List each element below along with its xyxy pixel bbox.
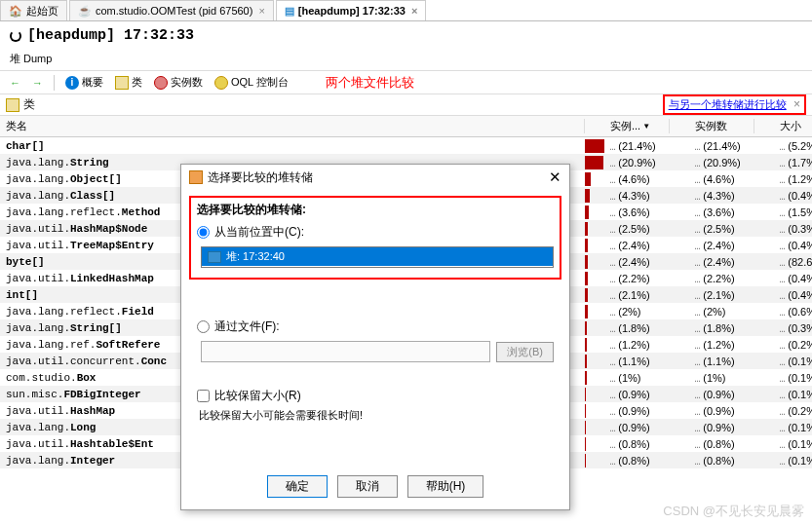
cell-pct1b: ... (1.8%)	[691, 322, 754, 334]
radio-file-row[interactable]: 通过文件(F):	[197, 318, 554, 335]
heap-icon	[208, 251, 221, 263]
cell-pct1b: ... (0.9%)	[691, 405, 754, 417]
cell-bar	[585, 355, 606, 368]
cell-pct1b: ... (21.4%)	[691, 140, 754, 152]
cell-bar	[585, 388, 606, 401]
instance-icon	[154, 76, 168, 90]
cell-pct1: ... (2.2%)	[606, 273, 670, 284]
cell-pct2: ... (0.1%)	[776, 389, 812, 400]
page-title: [heapdump] 17:32:33	[27, 27, 194, 44]
spinner-icon	[10, 30, 21, 42]
classes-label: 类	[23, 96, 35, 113]
cell-pct1: ... (20.9%)	[606, 157, 670, 168]
tab-process[interactable]: ☕ com.studio.OOMTest (pid 67560) ×	[69, 0, 274, 20]
cell-bar	[585, 156, 606, 169]
cell-pct2: ... (0.1%)	[776, 422, 812, 433]
cell-pct1: ... (2.4%)	[606, 256, 670, 268]
cell-pct1: ... (0.9%)	[606, 422, 670, 433]
cell-pct2: ... (0.1%)	[776, 438, 812, 450]
back-button[interactable]: ←	[6, 75, 24, 91]
cell-pct1b: ... (1%)	[691, 372, 754, 384]
file-path-input[interactable]	[201, 341, 490, 362]
cell-pct2: ... (0.1%)	[776, 372, 812, 384]
radio-current-row[interactable]: 从当前位置中(C):	[197, 224, 554, 241]
check-keep-size[interactable]	[197, 390, 210, 402]
classes-button[interactable]: 类	[111, 73, 146, 92]
cell-bar	[585, 371, 606, 385]
cell-pct2: ... (0.4%)	[776, 273, 812, 284]
close-icon[interactable]: ✕	[549, 168, 561, 186]
cell-pct1: ... (0.9%)	[606, 389, 670, 400]
oql-button[interactable]: OQL 控制台	[211, 73, 292, 92]
cell-bar	[585, 139, 606, 153]
highlight-box: 选择要比较的堆转储: 从当前位置中(C): 堆: 17:32:40	[189, 196, 561, 280]
editor-tabs: 🏠 起始页 ☕ com.studio.OOMTest (pid 67560) ×…	[0, 0, 812, 21]
cell-pct1: ... (2.5%)	[606, 223, 670, 235]
cell-pct2: ... (1.2%)	[776, 173, 812, 185]
page-title-row: [heapdump] 17:32:33	[0, 21, 812, 50]
heap-option[interactable]: 堆: 17:32:40	[202, 247, 553, 266]
browse-button[interactable]: 浏览(B)	[496, 342, 554, 362]
compare-link[interactable]: 与另一个堆转储进行比较	[669, 98, 787, 110]
close-icon[interactable]: ×	[411, 5, 417, 17]
cell-pct1: ... (0.8%)	[606, 455, 670, 467]
dialog-label: 选择要比较的堆转储:	[197, 202, 554, 218]
cell-pct2: ... (0.4%)	[776, 240, 812, 251]
cancel-button[interactable]: 取消	[337, 475, 398, 498]
close-icon[interactable]: ×	[258, 5, 264, 17]
cell-bar	[585, 437, 606, 451]
cell-pct1b: ... (2.5%)	[691, 223, 754, 235]
cell-pct1: ... (4.3%)	[606, 190, 670, 202]
dialog-titlebar[interactable]: 选择要比较的堆转储 ✕	[181, 165, 569, 190]
instances-button[interactable]: 实例数	[150, 73, 207, 92]
cell-pct1: ... (2%)	[606, 306, 670, 318]
cell-classname: char[]	[0, 140, 585, 152]
cell-pct1: ... (0.9%)	[606, 405, 670, 417]
check-keep-size-row[interactable]: 比较保留大小(R)	[197, 388, 554, 404]
cell-pct1b: ... (1.2%)	[691, 339, 754, 351]
cell-pct2: ... (82.6%)	[776, 256, 812, 268]
forward-button[interactable]: →	[28, 75, 47, 91]
cell-pct1: ... (2.1%)	[606, 289, 670, 301]
cell-bar	[585, 222, 606, 236]
cell-pct2: ... (0.3%)	[776, 223, 812, 235]
tab-label: [heapdump] 17:32:33	[298, 5, 406, 17]
radio-current[interactable]	[197, 226, 210, 239]
class-icon	[6, 98, 19, 112]
table-row[interactable]: char[]... (21.4%)... (21.4%)... (5.2%)	[0, 137, 812, 154]
col-name[interactable]: 类名	[0, 119, 585, 133]
cell-pct1b: ... (0.8%)	[691, 438, 754, 450]
breadcrumb[interactable]: 堆 Dump	[0, 50, 812, 71]
toolbar: ← → i 概要 类 实例数 OQL 控制台 两个堆文件比较	[0, 71, 812, 94]
cell-pct1b: ... (3.6%)	[691, 206, 754, 218]
cell-pct2: ... (1.7%)	[776, 157, 812, 168]
cell-pct1: ... (4.6%)	[606, 173, 670, 185]
close-icon[interactable]: ×	[793, 97, 800, 111]
ok-button[interactable]: 确定	[267, 475, 328, 498]
col-size[interactable]: 大小	[776, 119, 812, 133]
tab-heapdump[interactable]: ▤ [heapdump] 17:32:33 ×	[276, 0, 426, 20]
annotation-text: 两个堆文件比较	[326, 74, 414, 92]
cell-pct1: ... (1.8%)	[606, 322, 670, 334]
cell-pct1b: ... (0.8%)	[691, 455, 754, 467]
overview-button[interactable]: i 概要	[61, 73, 107, 92]
sub-toolbar: 类 与另一个堆转储进行比较 ×	[0, 94, 812, 116]
radio-file[interactable]	[197, 320, 210, 333]
tab-start[interactable]: 🏠 起始页	[0, 0, 67, 20]
cell-bar	[585, 172, 606, 186]
cell-pct2: ... (0.4%)	[776, 289, 812, 301]
help-button[interactable]: 帮助(H)	[407, 475, 484, 498]
col-inst-bar[interactable]: 实例... ▼	[606, 119, 670, 133]
hint-text: 比较保留大小可能会需要很长时间!	[199, 408, 554, 423]
cell-pct1b: ... (0.9%)	[691, 422, 754, 433]
cell-pct1: ... (1.2%)	[606, 339, 670, 351]
sort-icon: ▼	[642, 122, 650, 131]
separator	[54, 75, 55, 91]
cell-pct1: ... (21.4%)	[606, 140, 670, 152]
cell-bar	[585, 338, 606, 352]
cell-pct1b: ... (2.4%)	[691, 256, 754, 268]
col-instances[interactable]: 实例数	[691, 119, 754, 133]
cell-bar	[585, 288, 606, 302]
tab-label: 起始页	[26, 4, 58, 19]
heap-select-list[interactable]: 堆: 17:32:40	[201, 246, 554, 268]
